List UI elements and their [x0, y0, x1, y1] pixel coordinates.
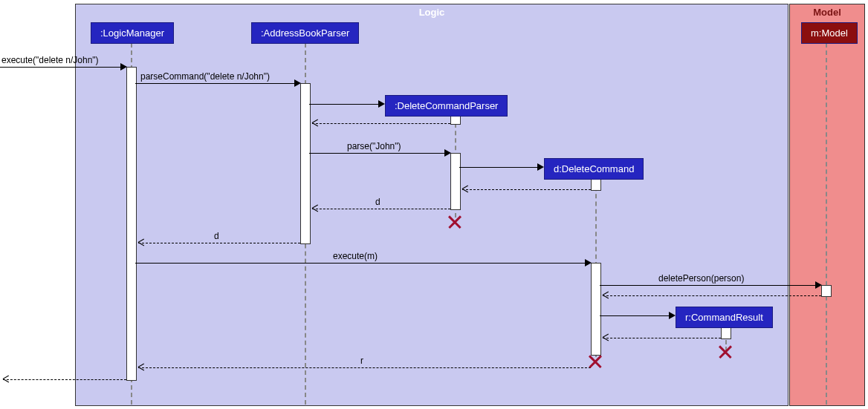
arrow-return-dc-create: [462, 189, 591, 190]
activation-delete-command-1: [591, 179, 601, 191]
arrow-return-cr: [603, 338, 721, 338]
arrowhead-execute-m: [585, 259, 592, 266]
msg-return-d2: d: [214, 231, 219, 241]
activation-model: [821, 285, 832, 297]
frame-logic-title: Logic: [412, 4, 453, 20]
arrow-return-dcp-create: [312, 123, 450, 124]
participant-delete-command: d:DeleteCommand: [544, 158, 644, 180]
arrow-parse-command: [135, 83, 297, 84]
msg-parse-command: parseCommand("delete n/John"): [140, 71, 270, 82]
arrowhead-execute-1: [120, 63, 127, 71]
destroy-delete-command-parser: [448, 215, 461, 229]
msg-delete-person: deletePerson(person): [658, 273, 744, 284]
destroy-delete-command: [589, 355, 602, 368]
msg-return-d1: d: [375, 197, 380, 207]
arrow-execute-m: [135, 263, 588, 264]
arrow-delete-person: [600, 285, 818, 286]
activation-logic-manager: [126, 67, 137, 381]
msg-execute-1: execute("delete n/John"): [1, 55, 99, 65]
participant-model: m:Model: [801, 22, 858, 44]
arrow-create-cr: [600, 315, 672, 316]
arrowhead-create-dcp: [378, 100, 385, 108]
activation-delete-command-parser-2: [450, 153, 461, 210]
destroy-command-result: [719, 345, 732, 359]
arrow-return-model: [603, 295, 821, 296]
participant-address-book-parser: :AddressBookParser: [251, 22, 359, 44]
arrow-return-r: [138, 367, 591, 368]
msg-parse-john: parse("John"): [347, 141, 401, 151]
arrowhead-parse-john: [444, 149, 451, 157]
msg-return-r: r: [360, 356, 363, 366]
frame-logic: Logic: [75, 4, 788, 406]
activation-address-book-parser: [300, 83, 311, 244]
arrowhead-delete-person: [815, 281, 822, 289]
arrow-parse-john: [309, 153, 447, 154]
frame-model-title: Model: [806, 4, 849, 20]
arrow-return-external: [3, 379, 126, 380]
arrowhead-create-cr: [669, 312, 676, 319]
frame-model: Model: [789, 4, 865, 406]
arrow-create-dcp: [309, 104, 381, 105]
activation-delete-command-2: [591, 263, 601, 356]
arrow-return-d2: [138, 243, 300, 243]
arrow-execute-1: [0, 67, 123, 68]
participant-logic-manager: :LogicManager: [91, 22, 174, 44]
arrow-create-dc: [459, 167, 540, 168]
participant-command-result: r:CommandResult: [676, 307, 773, 328]
participant-delete-command-parser: :DeleteCommandParser: [385, 95, 508, 117]
lifeline-model: [826, 43, 827, 405]
arrowhead-create-dc: [537, 163, 544, 171]
arrow-return-d1: [312, 209, 450, 209]
msg-execute-m: execute(m): [333, 251, 378, 261]
activation-command-result: [721, 327, 731, 339]
arrowhead-parse-command: [294, 79, 301, 87]
